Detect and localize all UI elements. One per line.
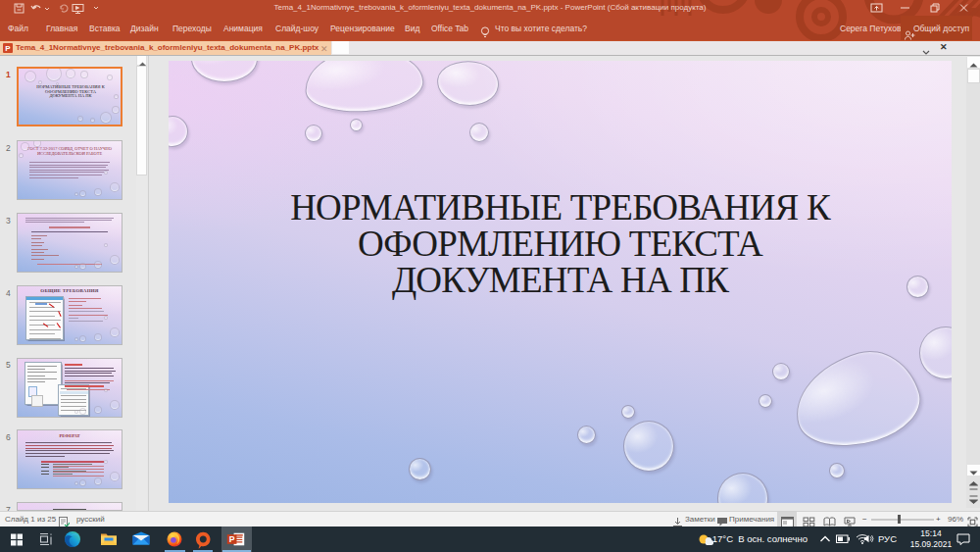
svg-text:P: P (229, 534, 235, 544)
svg-text:P: P (5, 44, 11, 53)
